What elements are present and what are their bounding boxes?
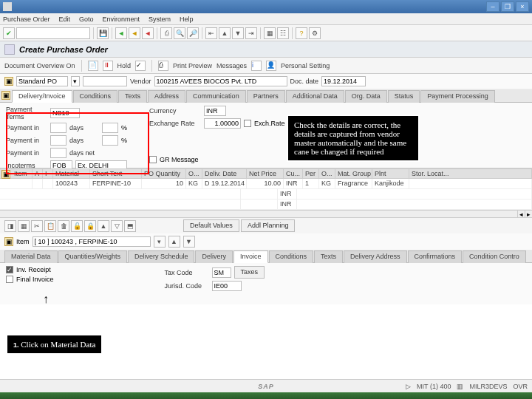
exch-fixed-checkbox[interactable] (244, 120, 251, 127)
tab-confirmations[interactable]: Confirmations (408, 250, 463, 263)
enter-icon[interactable]: ✔ (3, 27, 15, 39)
po-icon (4, 44, 15, 55)
header-expand-icon[interactable]: ▣ (4, 77, 13, 86)
grid-tool-1[interactable]: ◨ (4, 220, 16, 232)
menu-system[interactable]: System (149, 16, 171, 23)
tab-additional-data[interactable]: Additional Data (286, 90, 344, 103)
exchange-rate-field[interactable]: 1.00000 (204, 118, 241, 129)
print-icon[interactable]: ⎙ (160, 27, 172, 39)
tab-quantities[interactable]: Quantities/Weights (58, 250, 127, 263)
create-session-icon[interactable]: ▦ (264, 27, 276, 39)
grid-tool-3[interactable]: ✂ (31, 220, 43, 232)
personal-icon[interactable]: 👤 (266, 61, 276, 71)
grid-tool-4[interactable]: 📋 (44, 220, 56, 232)
header-collapse-icon[interactable]: ▣ (1, 91, 10, 100)
layout-icon[interactable]: ⚙ (309, 27, 321, 39)
print-preview-icon[interactable]: ⎙ (158, 61, 168, 71)
info-icon[interactable]: i (251, 61, 262, 71)
find-next-icon[interactable]: 🔎 (187, 27, 199, 39)
currency-field[interactable]: INR (204, 106, 226, 116)
doc-overview-button[interactable]: Document Overview On (4, 62, 75, 69)
tab-payment-processing[interactable]: Payment Processing (420, 90, 495, 103)
tab-address[interactable]: Address (148, 90, 185, 103)
tab-delivery-invoice[interactable]: Delivery/Invoice (12, 90, 72, 103)
final-invoice-label: Final Invoice (16, 276, 54, 283)
find-icon[interactable]: 🔍 (174, 27, 185, 39)
grid-tool-2[interactable]: ▦ (18, 220, 30, 232)
other-po-icon[interactable]: 📄 (88, 61, 98, 71)
jurisd-code-field[interactable]: IE00 (212, 281, 242, 291)
back-icon[interactable]: ◄ (115, 27, 127, 39)
print-preview-label[interactable]: Print Preview (173, 62, 212, 69)
exit-icon[interactable]: ◄ (129, 27, 140, 39)
tab-partners[interactable]: Partners (247, 90, 285, 103)
item-selector-field[interactable]: [ 10 ] 100243 , FERPINE-10 (33, 236, 151, 247)
menu-purchase-order[interactable]: Purchase Order (3, 16, 50, 23)
item-next-icon[interactable]: ▼ (183, 236, 195, 248)
doc-type-field[interactable]: Standard PO (16, 76, 68, 86)
doc-type-dropdown[interactable]: ▾ (71, 76, 80, 86)
item-row-3[interactable]: INR (0, 200, 532, 210)
tab-item-conditions[interactable]: Conditions (269, 250, 314, 263)
grid-tool-10[interactable]: ⬒ (124, 220, 136, 232)
po-number-field[interactable] (83, 76, 127, 86)
next-page-icon[interactable]: ▼ (232, 27, 244, 39)
tax-code-field[interactable]: SM (212, 267, 231, 278)
tab-item-texts[interactable]: Texts (314, 250, 343, 263)
cancel-icon[interactable]: ◄ (142, 27, 154, 39)
grid-tool-5[interactable]: 🗑 (58, 220, 69, 232)
gr-message-checkbox[interactable] (149, 156, 157, 163)
addl-planning-button[interactable]: Addl Planning (241, 219, 296, 232)
hold-label[interactable]: Hold (117, 62, 132, 69)
docdate-field[interactable]: 19.12.2014 (321, 76, 366, 86)
taxes-button[interactable]: Taxes (234, 266, 265, 279)
personal-setting-label[interactable]: Personal Setting (281, 62, 330, 69)
tab-status[interactable]: Status (388, 90, 420, 103)
shortcut-icon[interactable]: ☷ (277, 27, 289, 39)
grid-tool-8[interactable]: ▲ (98, 220, 109, 232)
close-button[interactable]: × (516, 1, 529, 12)
check-icon[interactable]: ✓ (135, 61, 146, 71)
scroll-right-icon[interactable]: ▸ (525, 211, 532, 217)
item-prev-icon[interactable]: ▲ (168, 236, 180, 248)
status-triangle-icon[interactable]: ▷ (406, 383, 411, 390)
command-field[interactable] (16, 27, 90, 39)
grid-tool-6[interactable]: 🔓 (71, 220, 83, 232)
tab-condition-control[interactable]: Condition Contro (463, 250, 526, 263)
tab-delivery-address[interactable]: Delivery Address (344, 250, 407, 263)
save-icon[interactable]: 💾 (97, 27, 109, 39)
vendor-field[interactable]: 100215 AVEES BIOCOS Pvt. LTD (154, 76, 287, 86)
item-row-1[interactable]: 100243 FERPINE-10 10 KG D 19.12.2014 10.… (0, 179, 532, 189)
help-icon[interactable]: ? (296, 27, 307, 39)
grid-tool-7[interactable]: 🔒 (84, 220, 96, 232)
minimize-button[interactable]: – (486, 1, 499, 12)
hold-icon[interactable]: ⏸ (103, 61, 113, 71)
status-server: MILR3DEVS (469, 383, 507, 390)
menu-bar: Purchase Order Edit Goto Environment Sys… (0, 13, 532, 25)
tab-conditions[interactable]: Conditions (73, 90, 118, 103)
final-invoice-checkbox[interactable] (6, 276, 13, 283)
tab-invoice[interactable]: Invoice (233, 250, 268, 263)
inv-receipt-checkbox[interactable]: ✓ (6, 266, 13, 273)
grid-tool-9[interactable]: ▽ (111, 220, 123, 232)
menu-edit[interactable]: Edit (59, 16, 71, 23)
messages-label[interactable]: Messages (216, 62, 247, 69)
last-page-icon[interactable]: ⇥ (245, 27, 257, 39)
tab-texts[interactable]: Texts (118, 90, 147, 103)
tab-delivery[interactable]: Delivery (195, 250, 233, 263)
tab-org-data[interactable]: Org. Data (345, 90, 387, 103)
tab-material-data[interactable]: Material Data (4, 250, 58, 263)
menu-environment[interactable]: Environment (103, 16, 140, 23)
menu-goto[interactable]: Goto (79, 16, 94, 23)
item-dropdown-icon[interactable]: ▾ (154, 236, 166, 248)
default-values-button[interactable]: Default Values (183, 219, 239, 232)
restore-button[interactable]: ❐ (501, 1, 514, 12)
menu-help[interactable]: Help (180, 16, 194, 23)
first-page-icon[interactable]: ⇤ (205, 27, 217, 39)
item-row-2[interactable]: INR (0, 189, 532, 200)
tab-delivery-schedule[interactable]: Delivery Schedule (128, 250, 195, 263)
prev-page-icon[interactable]: ▲ (219, 27, 231, 39)
scroll-left-icon[interactable]: ◂ (517, 211, 525, 217)
tab-communication[interactable]: Communication (186, 90, 246, 103)
item-detail-expand-icon[interactable]: ▣ (4, 237, 13, 246)
